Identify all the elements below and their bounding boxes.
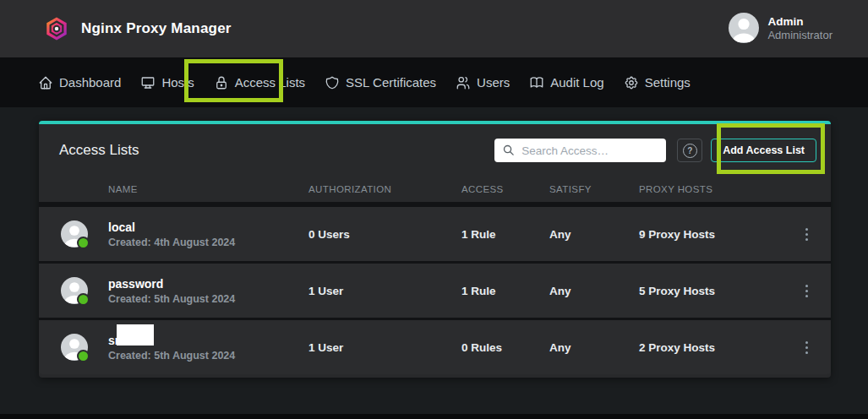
satisfy-cell: Any: [549, 341, 639, 354]
nav-label: Dashboard: [59, 75, 121, 90]
question-mark-icon: ?: [683, 144, 697, 158]
search-box: [494, 139, 666, 162]
column-header-authorization: AUTHORIZATION: [308, 184, 461, 194]
screen: Nginx Proxy Manager Admin Administrator …: [0, 0, 868, 419]
nav-label: Settings: [645, 75, 691, 90]
panel-header: Access Lists ? Add Access List: [39, 124, 831, 177]
user-text: Admin Administrator: [767, 14, 833, 42]
access-list-name[interactable]: password: [108, 277, 235, 291]
column-header-name: NAME: [39, 184, 308, 194]
table-header: NAME AUTHORIZATION ACCESS SATISFY PROXY …: [39, 177, 831, 207]
nav-label: Audit Log: [550, 75, 603, 90]
nav-item-ssl-certificates[interactable]: SSL Certificates: [325, 75, 436, 90]
shield-icon: [325, 75, 340, 90]
row-avatar: [61, 220, 88, 248]
name-cell: password Created: 5th August 2024: [39, 277, 308, 305]
column-header-proxy-hosts: PROXY HOSTS: [639, 184, 783, 194]
redaction-box: [117, 324, 154, 346]
access-cell: 1 Rule: [461, 285, 549, 297]
actions-cell: [783, 280, 831, 302]
proxy-hosts-cell: 9 Proxy Hosts: [639, 228, 783, 241]
nav-item-dashboard[interactable]: Dashboard: [38, 75, 121, 90]
home-icon: [38, 75, 53, 90]
access-lists-panel: Access Lists ? Add Access List NAME AUTH…: [39, 121, 831, 378]
column-header-access: ACCESS: [461, 184, 549, 194]
nav-item-settings[interactable]: Settings: [624, 75, 691, 90]
satisfy-cell: Any: [549, 228, 639, 241]
created-date: Created: 5th August 2024: [108, 350, 235, 362]
created-date: Created: 4th August 2024: [108, 237, 235, 248]
monitor-icon: [140, 75, 156, 90]
created-date: Created: 5th August 2024: [108, 293, 235, 305]
access-cell: 0 Rules: [461, 341, 549, 354]
user-menu[interactable]: Admin Administrator: [729, 13, 833, 43]
search-input[interactable]: [494, 139, 666, 162]
status-dot: [77, 237, 90, 249]
nav-item-hosts[interactable]: Hosts: [140, 75, 194, 90]
table-row: local Created: 4th August 2024 0 Users 1…: [39, 207, 831, 264]
page-title: Access Lists: [59, 142, 494, 159]
proxy-hosts-cell: 5 Proxy Hosts: [639, 285, 783, 297]
nav-label: Users: [477, 75, 510, 90]
nav-item-access-lists[interactable]: Access Lists: [214, 75, 305, 90]
row-avatar: [61, 277, 88, 304]
name-block: password Created: 5th August 2024: [108, 277, 235, 305]
nav-item-audit-log[interactable]: Audit Log: [529, 75, 603, 90]
add-access-list-button[interactable]: Add Access List: [711, 139, 816, 162]
app-title: Nginx Proxy Manager: [81, 20, 232, 37]
name-block: local Created: 4th August 2024: [108, 220, 235, 248]
nav-item-users[interactable]: Users: [456, 75, 510, 90]
user-name: Admin: [767, 14, 833, 29]
user-role: Administrator: [767, 29, 833, 42]
row-avatar: [61, 334, 88, 361]
app-header: Nginx Proxy Manager Admin Administrator: [0, 0, 868, 57]
status-dot: [77, 350, 90, 362]
nav-label: Hosts: [161, 75, 194, 90]
satisfy-cell: Any: [549, 285, 639, 297]
nav-label: SSL Certificates: [346, 75, 436, 90]
actions-cell: [783, 223, 831, 246]
name-cell: sn Created: 5th August 2024: [39, 334, 308, 362]
help-button[interactable]: ?: [677, 139, 702, 162]
row-menu-kebab-icon[interactable]: [797, 223, 816, 246]
lock-icon: [214, 75, 229, 90]
nav-label: Access Lists: [235, 75, 305, 90]
book-icon: [529, 75, 544, 90]
gear-icon: [624, 75, 639, 90]
main-nav: Dashboard Hosts Access Lists SSL Certifi…: [0, 57, 868, 107]
authorization-cell: 1 User: [308, 341, 461, 354]
authorization-cell: 1 User: [308, 285, 461, 297]
app-logo-icon: [44, 16, 69, 41]
proxy-hosts-cell: 2 Proxy Hosts: [639, 341, 783, 354]
name-cell: local Created: 4th August 2024: [39, 220, 308, 248]
column-header-satisfy: SATISFY: [549, 184, 639, 194]
actions-cell: [783, 336, 831, 359]
access-list-name[interactable]: local: [108, 220, 235, 234]
access-cell: 1 Rule: [461, 228, 549, 241]
table-row: password Created: 5th August 2024 1 User…: [39, 264, 831, 320]
footer-strip: [0, 414, 868, 419]
users-icon: [456, 75, 471, 90]
row-menu-kebab-icon[interactable]: [797, 336, 816, 359]
row-menu-kebab-icon[interactable]: [797, 280, 816, 302]
user-avatar: [729, 13, 759, 43]
status-dot: [77, 293, 90, 306]
authorization-cell: 0 Users: [308, 228, 461, 241]
brand: Nginx Proxy Manager: [44, 0, 232, 57]
table-row: sn Created: 5th August 2024 1 User 0 Rul…: [39, 320, 831, 374]
